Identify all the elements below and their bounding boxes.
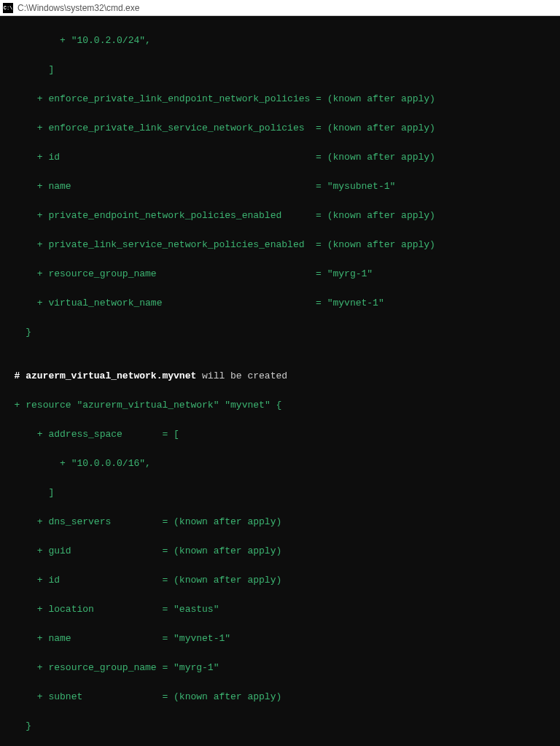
terminal-line: } [3, 325, 557, 340]
terminal-line: + private_link_service_network_policies_… [3, 238, 557, 252]
terminal-line: + guid = (known after apply) [3, 544, 557, 559]
terminal-line: + resource "azurerm_virtual_network" "my… [3, 398, 557, 413]
terminal-line: + subnet = (known after apply) [3, 690, 557, 704]
terminal-line: + resource_group_name = "myrg-1" [3, 661, 557, 675]
terminal-line: + location = "eastus" [3, 602, 557, 617]
terminal-line: + id = (known after apply) [3, 573, 557, 588]
terminal-line: + "10.0.0.0/16", [3, 456, 557, 471]
terminal-line: + enforce_private_link_service_network_p… [3, 121, 557, 136]
cmd-icon: C:\ [3, 3, 13, 13]
terminal-line: + address_space = [ [3, 427, 557, 442]
terminal-line: + resource_group_name = "myrg-1" [3, 267, 557, 281]
terminal-line: + name = "mysubnet-1" [3, 179, 557, 194]
window-titlebar: C:\ C:\Windows\system32\cmd.exe [0, 0, 560, 16]
terminal-line: + enforce_private_link_endpoint_network_… [3, 92, 557, 106]
terminal-line: + dns_servers = (known after apply) [3, 515, 557, 529]
terminal-line: ] [3, 63, 557, 77]
terminal-line: ] [3, 486, 557, 500]
terminal-line: + "10.0.2.0/24", [3, 34, 557, 48]
terminal-line: + id = (known after apply) [3, 150, 557, 165]
terminal-line: + virtual_network_name = "myvnet-1" [3, 296, 557, 311]
terminal-line: + private_endpoint_network_policies_enab… [3, 209, 557, 223]
terminal-line: } [3, 719, 557, 734]
window-title: C:\Windows\system32\cmd.exe [18, 3, 139, 13]
terminal-line: + name = "myvnet-1" [3, 632, 557, 646]
terminal-line: # azurerm_virtual_network.myvnet will be… [3, 369, 557, 384]
terminal-output[interactable]: + "10.0.2.0/24", ] + enforce_private_lin… [0, 16, 560, 746]
